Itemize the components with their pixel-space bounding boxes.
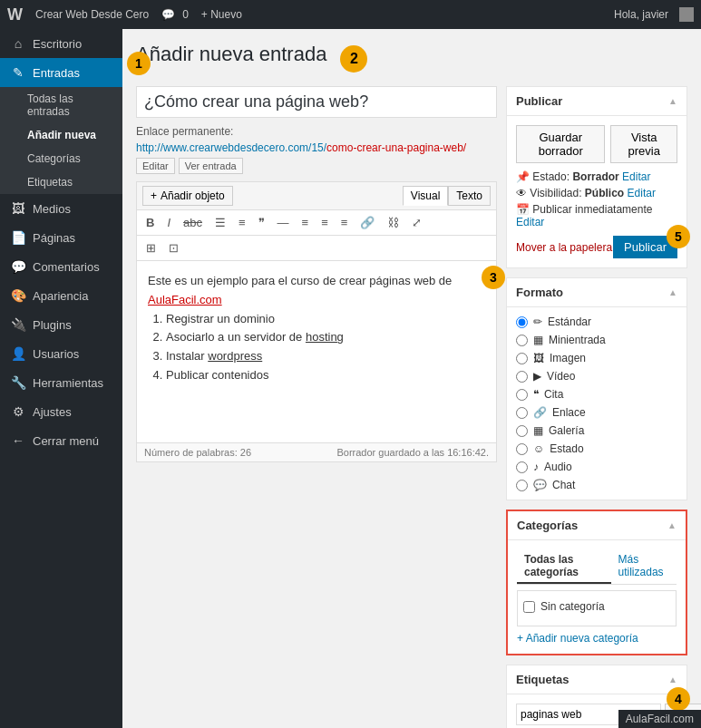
circle-2: 2 [340, 45, 367, 73]
fullscreen-button[interactable]: ⤢ [406, 213, 427, 232]
permalink-slug: como-crear-una-pagina-web/ [326, 141, 466, 154]
permalink-url[interactable]: http://www.crearwebdesdecero.com/15/como… [136, 141, 466, 154]
site-name[interactable]: Crear Web Desde Cero [30, 8, 154, 21]
paginas-icon: 📄 [9, 230, 27, 245]
table-icon-button[interactable]: ⊞ [141, 238, 161, 257]
formato-radio-imagen[interactable] [516, 353, 528, 364]
sidebar-label-medios: Medios [33, 202, 71, 216]
sidebar-label-entradas: Entradas [33, 66, 80, 80]
table-cell-button[interactable]: ⊡ [163, 238, 184, 257]
sidebar-item-comentarios[interactable]: 💬 Comentarios [0, 252, 122, 281]
editor-footer: Número de palabras: 26 Borrador guardado… [137, 442, 496, 461]
sidebar-item-ajustes[interactable]: ⚙ Ajustes [0, 397, 122, 426]
sidebar-item-usuarios[interactable]: 👤 Usuarios [0, 339, 122, 368]
sidebar-item-medios[interactable]: 🖼 Medios [0, 194, 122, 223]
herramientas-icon: 🔧 [9, 375, 27, 390]
permalink-base: http://www.crearwebdesdecero.com/15/ [136, 141, 326, 154]
formato-radio-galeria[interactable] [516, 425, 528, 437]
align-right-button[interactable]: ≡ [336, 213, 354, 232]
cat-check-sin[interactable] [523, 601, 535, 613]
formato-radio-minientrada[interactable] [516, 335, 528, 346]
publicar-when: inmediatamente [575, 203, 652, 216]
cat-tabs: Todas las categorías Más utilizadas [517, 549, 677, 585]
publish-box-content: Guardar borrador Vista previa 📌 Estado: … [507, 116, 686, 267]
permalink-bar: Enlace permanente: http://www.crearwebde… [136, 125, 497, 174]
sidebar-item-herramientas[interactable]: 🔧 Herramientas [0, 368, 122, 397]
sidebar-item-paginas[interactable]: 📄 Páginas [0, 223, 122, 252]
sidebar-sub-etiquetas[interactable]: Etiquetas [0, 170, 122, 194]
editor-content[interactable]: Este es un ejemplo para el curso de crea… [137, 261, 496, 442]
add-object-button[interactable]: + Añadir objeto [142, 186, 233, 206]
trash-link[interactable]: Mover a la papelera [516, 241, 612, 254]
ordered-list-button[interactable]: ≡ [233, 213, 251, 232]
bold-button[interactable]: B [141, 213, 160, 232]
categorias-chevron[interactable]: ▲ [667, 520, 677, 530]
align-center-button[interactable]: ≡ [316, 213, 334, 232]
strikethrough-button[interactable]: abc [178, 213, 208, 232]
formato-radio-estandar[interactable] [516, 316, 528, 328]
categorias-box-header: Categorías ▲ [508, 511, 686, 540]
aulafacil-link[interactable]: AulaFacil.com [148, 293, 222, 306]
visibilidad-edit-link[interactable]: Editar [628, 187, 656, 199]
sidebar-sub-nueva[interactable]: Añadir nueva [0, 123, 122, 147]
unordered-list-button[interactable]: ☰ [209, 213, 231, 232]
estado-edit-link[interactable]: Editar [622, 170, 650, 183]
formato-radio-video[interactable] [516, 371, 528, 383]
sidebar-item-cerrar[interactable]: ← Cerrar menú [0, 426, 122, 455]
sidebar-sub-categorias[interactable]: Categorías [0, 147, 122, 170]
publicar-label: Publicar [532, 203, 571, 216]
comments-icon[interactable]: 💬 [161, 8, 175, 21]
cat-tab-all[interactable]: Todas las categorías [517, 549, 611, 584]
add-object-label: Añadir objeto [161, 189, 225, 202]
unlink-button[interactable]: ⛓ [382, 213, 404, 232]
blockquote-button[interactable]: ❞ [253, 213, 270, 232]
formato-estado: ☺ Estado [516, 440, 677, 458]
formato-chevron[interactable]: ▲ [668, 287, 677, 297]
formato-radio-audio[interactable] [516, 461, 528, 473]
page-title: Añadir nueva entrada [136, 43, 326, 66]
add-category-link[interactable]: + Añadir nueva categoría [517, 632, 677, 645]
categorias-title: Categorías [517, 519, 578, 532]
formato-box: Formato ▲ ✏ Estándar ▦ Minientrada [506, 277, 687, 500]
cat-tab-used[interactable]: Más utilizadas [611, 549, 677, 584]
formato-radio-chat[interactable] [516, 480, 528, 491]
sidebar-item-plugins[interactable]: 🔌 Plugins [0, 310, 122, 339]
new-button[interactable]: + Nuevo [196, 8, 248, 21]
sidebar: ⌂ Escritorio ✎ Entradas Todas las entrad… [0, 29, 122, 728]
entry-title-input[interactable] [136, 86, 497, 118]
formato-icon-cita: ❝ [533, 388, 539, 401]
sidebar-sub-todas[interactable]: Todas las entradas [0, 87, 122, 123]
align-left-button[interactable]: ≡ [297, 213, 315, 232]
circle-3: 3 [482, 266, 505, 289]
sidebar-item-escritorio[interactable]: ⌂ Escritorio [0, 29, 122, 58]
link-button[interactable]: 🔗 [355, 213, 380, 232]
toolbar-row-1: B I abc ☰ ≡ ❞ — ≡ ≡ ≡ 🔗 ⛓ ⤢ [137, 210, 496, 236]
sidebar-item-apariencia[interactable]: 🎨 Apariencia [0, 281, 122, 310]
publicar-row: 📅 Publicar inmediatamente Editar [516, 203, 677, 228]
sidebar-item-entradas[interactable]: ✎ Entradas [0, 58, 122, 87]
wordpress-text: wordpress [208, 349, 262, 363]
estado-label: Estado: [532, 170, 570, 183]
publish-chevron[interactable]: ▲ [668, 96, 677, 106]
preview-button[interactable]: Vista previa [610, 125, 677, 163]
save-draft-button[interactable]: Guardar borrador [516, 125, 605, 163]
tab-visual[interactable]: Visual [403, 186, 448, 206]
cat-list: Sin categoría [517, 590, 677, 626]
sidebar-label-comentarios: Comentarios [33, 260, 100, 274]
formato-radio-cita[interactable] [516, 389, 528, 401]
formato-radio-estado[interactable] [516, 443, 528, 455]
horizontal-rule-button[interactable]: — [272, 213, 295, 232]
cat-checkbox-sin: Sin categoría [523, 597, 670, 616]
cat-label-sin: Sin categoría [540, 600, 605, 613]
italic-button[interactable]: I [161, 213, 176, 232]
etiquetas-chevron[interactable]: ▲ [668, 675, 677, 684]
publicar-edit-link[interactable]: Editar [516, 216, 544, 228]
sidebar-label-usuarios: Usuarios [33, 347, 79, 361]
list-item-2: Asociarlo a un servidor de hosting [166, 328, 485, 347]
formato-radio-enlace[interactable] [516, 407, 528, 419]
tab-texto[interactable]: Texto [448, 186, 491, 206]
view-entry-button[interactable]: Ver entrada [179, 158, 243, 174]
formato-imagen: 🖼 Imagen [516, 349, 677, 367]
permalink-label: Enlace permanente: [136, 125, 233, 138]
edit-permalink-button[interactable]: Editar [136, 158, 175, 174]
